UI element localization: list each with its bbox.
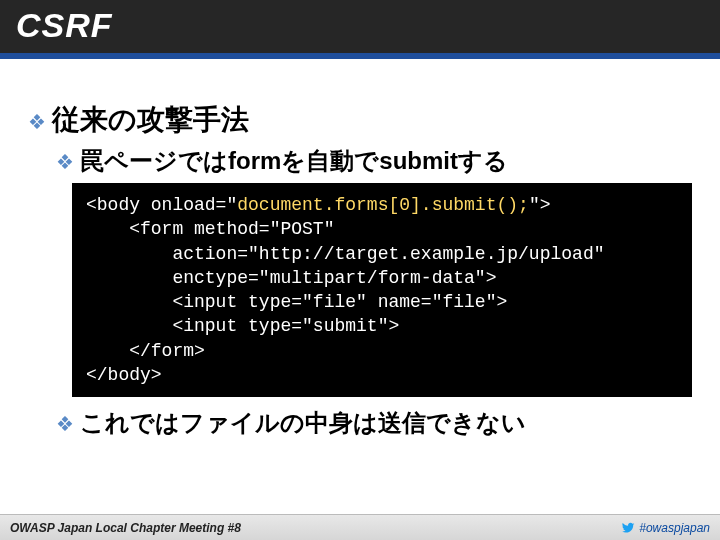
bullet-level-1: ❖ 従来の攻撃手法 [28, 101, 692, 139]
bullet-text: 従来の攻撃手法 [52, 101, 249, 139]
bullet-level-2: ❖ 罠ページではformを自動でsubmitする [56, 145, 692, 177]
twitter-icon [621, 521, 635, 535]
bullet-level-2: ❖ これではファイルの中身は送信できない [56, 407, 692, 439]
code-block: <body onload="document.forms[0].submit()… [72, 183, 692, 397]
footer-left-text: OWASP Japan Local Chapter Meeting #8 [10, 521, 241, 535]
diamond-icon: ❖ [56, 152, 74, 172]
diamond-icon: ❖ [28, 112, 46, 132]
diamond-icon: ❖ [56, 414, 74, 434]
code-highlight: document.forms[0].submit(); [237, 195, 529, 215]
slide: CSRF ❖ 従来の攻撃手法 ❖ 罠ページではformを自動でsubmitする … [0, 0, 720, 540]
bullet-text: 罠ページではformを自動でsubmitする [80, 145, 508, 177]
slide-content: ❖ 従来の攻撃手法 ❖ 罠ページではformを自動でsubmitする <body… [0, 59, 720, 514]
bullet-text: これではファイルの中身は送信できない [80, 407, 526, 439]
footer-hashtag: #owaspjapan [639, 521, 710, 535]
code-text: "> <form method="POST" action="http://ta… [86, 195, 604, 385]
footer-right: #owaspjapan [621, 521, 710, 535]
code-text: <body onload=" [86, 195, 237, 215]
footer: OWASP Japan Local Chapter Meeting #8 #ow… [0, 514, 720, 540]
slide-title: CSRF [0, 0, 720, 59]
